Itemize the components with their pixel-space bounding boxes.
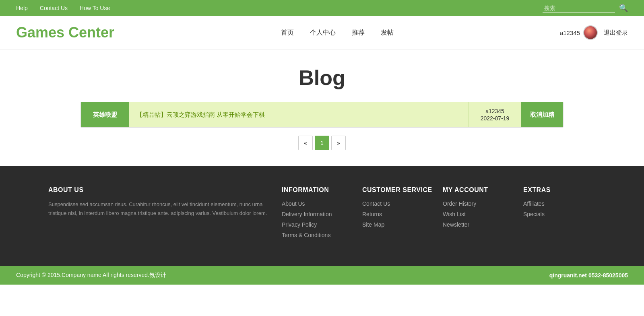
top-bar-how-to-use[interactable]: How To Use [80,5,110,11]
footer-extras-links: Affiliates Specials [523,200,596,218]
username-text: a12345 [560,29,580,36]
footer: ABOUT US Suspendisse sed accumsan risus.… [0,166,644,266]
blog-category: 英雄联盟 [81,102,129,127]
nav-home[interactable]: 首页 [281,29,294,37]
blog-date: 2022-07-19 [481,115,510,122]
footer-customer-service-links: Contact Us Returns Site Map [362,200,435,228]
logout-button[interactable]: 退出登录 [604,29,628,37]
list-item: About Us [282,200,354,207]
list-item: Wish List [443,211,515,218]
footer-customer-service-title: CUSTOMER SERVICE [362,186,435,194]
search-input[interactable] [543,4,615,12]
search-icon: 🔍 [619,4,628,12]
user-name: a12345 [560,25,598,40]
footer-my-account: MY ACCOUNT Order History Wish List Newsl… [443,186,515,242]
blog-title-cell: 【精品帖】云顶之弈游戏指南 从零开始学会下棋 [129,102,469,127]
list-item: Specials [523,211,596,218]
top-bar: Help Contact Us How To Use 🔍 [0,0,644,16]
footer-privacy-link[interactable]: Privacy Policy [282,221,317,228]
top-bar-search: 🔍 [543,4,628,12]
avatar [583,25,598,40]
footer-about-us: ABOUT US Suspendisse sed accumsan risus.… [48,186,274,242]
list-item: Contact Us [362,200,435,207]
nav-post[interactable]: 发帖 [381,29,394,37]
blog-action-button[interactable]: 取消加精 [521,102,563,127]
pagination: « 1 » [80,136,564,150]
footer-contact-us-link[interactable]: Contact Us [362,200,390,207]
footer-information-title: INFORMATION [282,186,354,194]
footer-columns: ABOUT US Suspendisse sed accumsan risus.… [16,186,628,242]
footer-specials-link[interactable]: Specials [523,211,545,217]
nav-profile[interactable]: 个人中心 [310,29,336,37]
list-item: Delivery Information [282,211,354,218]
search-icon-button[interactable]: 🔍 [619,4,628,12]
footer-returns-link[interactable]: Returns [362,211,382,217]
top-bar-links: Help Contact Us How To Use [16,5,110,11]
logo-ames: ames [27,24,68,41]
footer-site-map-link[interactable]: Site Map [362,221,384,228]
top-bar-help[interactable]: Help [16,5,28,11]
footer-customer-service: CUSTOMER SERVICE Contact Us Returns Site… [362,186,435,242]
list-item: Affiliates [523,200,596,207]
footer-my-account-title: MY ACCOUNT [443,186,515,194]
blog-author: a12345 [485,108,504,114]
footer-affiliates-link[interactable]: Affiliates [523,200,545,207]
header: Games Center 首页 个人中心 推荐 发帖 a12345 退出登录 [0,16,644,50]
pagination-page-1[interactable]: 1 [315,136,329,150]
blog-author-cell: a12345 2022-07-19 [469,102,521,127]
footer-my-account-links: Order History Wish List Newsletter [443,200,515,228]
logo: Games Center [16,24,114,41]
logo-highlight-g: G [16,24,27,41]
footer-order-history-link[interactable]: Order History [443,200,476,207]
list-item: Privacy Policy [282,221,354,228]
blog-title-link[interactable]: 【精品帖】云顶之弈游戏指南 从零开始学会下棋 [136,111,265,119]
footer-terms-link[interactable]: Terms & Conditions [282,232,330,238]
footer-about-us-link[interactable]: About Us [282,200,305,207]
pagination-prev[interactable]: « [298,136,313,150]
list-item: Order History [443,200,515,207]
footer-wish-list-link[interactable]: Wish List [443,211,466,217]
footer-newsletter-link[interactable]: Newsletter [443,221,469,228]
footer-extras: EXTRAS Affiliates Specials [523,186,596,242]
pagination-next[interactable]: » [331,136,346,150]
logo-highlight-c: C [68,24,79,41]
bottom-bar: Copyright © 2015.Company name All rights… [0,266,644,285]
blog-row: 英雄联盟 【精品帖】云顶之弈游戏指南 从零开始学会下棋 a12345 2022-… [81,102,563,127]
page-title: Blog [80,66,564,90]
main-content: Blog 英雄联盟 【精品帖】云顶之弈游戏指南 从零开始学会下棋 a12345 … [0,50,644,166]
list-item: Returns [362,211,435,218]
list-item: Terms & Conditions [282,231,354,239]
footer-about-us-text: Suspendisse sed accumsan risus. Curabitu… [48,200,274,218]
copyright-text: Copyright © 2015.Company name All rights… [16,272,166,279]
list-item: Site Map [362,221,435,228]
contact-info: qingruanit.net 0532-85025005 [549,272,628,279]
user-area: a12345 退出登录 [560,25,628,40]
list-item: Newsletter [443,221,515,228]
footer-extras-title: EXTRAS [523,186,596,194]
footer-information-links: About Us Delivery Information Privacy Po… [282,200,354,239]
footer-about-us-title: ABOUT US [48,186,274,194]
blog-table: 英雄联盟 【精品帖】云顶之弈游戏指南 从零开始学会下棋 a12345 2022-… [80,102,564,128]
main-nav: 首页 个人中心 推荐 发帖 [281,29,394,37]
logo-enter: enter [79,24,114,41]
top-bar-contact[interactable]: Contact Us [40,5,68,11]
footer-delivery-link[interactable]: Delivery Information [282,211,332,217]
nav-recommend[interactable]: 推荐 [352,29,365,37]
footer-information: INFORMATION About Us Delivery Informatio… [282,186,354,242]
